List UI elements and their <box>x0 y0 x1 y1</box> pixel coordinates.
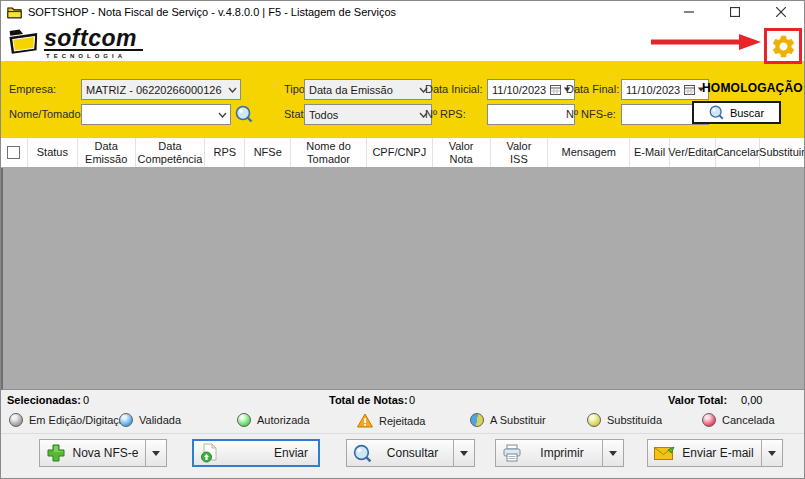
status-blue-icon <box>119 413 133 427</box>
enviar-main[interactable]: Enviar <box>194 441 318 465</box>
status-split-icon <box>470 413 484 427</box>
tipo-data-select[interactable]: Data da Emissão <box>304 79 432 100</box>
consultar-label: Consultar <box>378 446 447 460</box>
action-bar: Nova NFS-e Enviar <box>1 433 804 479</box>
data-inicial-field[interactable]: 11/10/2023 <box>487 79 575 100</box>
consultar-button[interactable]: Consultar <box>346 439 475 467</box>
close-icon <box>776 7 786 17</box>
nome-tomador-search-button[interactable] <box>235 105 253 123</box>
legend-label: Em Edição/Digitação <box>29 414 131 426</box>
empresa-label: Empresa: <box>9 83 56 95</box>
status-select[interactable]: Todos <box>304 104 432 125</box>
column-header-data-emissao[interactable]: Data Emissão <box>78 138 136 167</box>
column-header-status[interactable]: Status <box>28 138 78 167</box>
status-red-icon <box>702 413 716 427</box>
rps-label: Nº RPS: <box>425 108 466 120</box>
app-window: SOFTSHOP - Nota Fiscal de Serviço - v.4.… <box>0 0 805 479</box>
softcom-folder-icon <box>7 24 41 56</box>
settings-gear-icon[interactable] <box>770 33 797 60</box>
environment-badge: HOMOLOGAÇÃO <box>702 81 803 95</box>
grid-header: Status Data Emissão Data Competência RPS… <box>1 138 804 168</box>
consultar-main[interactable]: Consultar <box>347 440 453 466</box>
data-inicial-label: Data Inicial: <box>425 83 482 95</box>
chevron-down-icon <box>228 80 237 99</box>
select-all-checkbox[interactable] <box>7 146 20 159</box>
empresa-select[interactable]: MATRIZ - 06220266000126 <box>81 79 241 100</box>
search-icon <box>353 444 372 463</box>
buscar-label: Buscar <box>730 107 764 119</box>
nova-nfse-dropdown-arrow[interactable] <box>145 440 166 466</box>
empresa-value: MATRIZ - 06220266000126 <box>86 84 222 96</box>
minimize-button[interactable] <box>666 1 712 23</box>
buscar-button[interactable]: Buscar <box>692 101 781 124</box>
data-inicial-value: 11/10/2023 <box>492 84 546 96</box>
tipo-data-value: Data da Emissão <box>309 84 393 96</box>
legend-label: A Substituir <box>490 414 546 426</box>
enviar-label: Enviar <box>224 446 312 460</box>
enviar-button[interactable]: Enviar <box>192 439 320 467</box>
column-header-cancelar[interactable]: Cancelar <box>716 138 760 167</box>
column-header-ver-editar[interactable]: Ver/Editar <box>670 138 716 167</box>
settings-annotation-box <box>764 28 802 64</box>
search-icon <box>235 105 253 123</box>
filter-band: Empresa: MATRIZ - 06220266000126 Nome/To… <box>1 61 804 138</box>
selecionadas-label: Selecionadas: <box>7 394 81 406</box>
window-controls <box>666 1 804 23</box>
column-header-data-competencia[interactable]: Data Competência <box>136 138 206 167</box>
column-header-valor-nota[interactable]: Valor Nota <box>433 138 491 167</box>
legend-label: Cancelada <box>722 414 775 426</box>
imprimir-button[interactable]: Imprimir <box>495 439 624 467</box>
column-header-nfse[interactable]: NFSe <box>245 138 291 167</box>
softcom-logo: softcom TECNOLOGIA <box>7 24 143 59</box>
nome-tomador-input[interactable] <box>81 104 231 125</box>
logo-tagline: TECNOLOGIA <box>44 53 143 59</box>
column-header-mensagem[interactable]: Mensagem <box>548 138 630 167</box>
imprimir-dropdown-arrow[interactable] <box>602 440 623 466</box>
maximize-button[interactable] <box>712 1 758 23</box>
nova-nfse-button[interactable]: Nova NFS-e <box>39 439 167 467</box>
legend-validada: Validada <box>119 413 181 427</box>
rps-input[interactable] <box>487 104 575 125</box>
column-header-cpf-cnpj[interactable]: CPF/CNPJ <box>367 138 433 167</box>
logo-name: softcom <box>44 27 143 51</box>
send-document-icon <box>200 443 218 463</box>
minimize-icon <box>684 7 694 17</box>
enviar-email-main[interactable]: Enviar E-mail <box>648 440 761 466</box>
data-final-field[interactable]: 11/10/2023 <box>621 79 709 100</box>
legend-label: Substituída <box>607 414 662 426</box>
status-value: Todos <box>309 109 338 121</box>
consultar-dropdown-arrow[interactable] <box>453 440 474 466</box>
nfse-label: Nº NFS-e: <box>566 108 616 120</box>
enviar-email-button[interactable]: Enviar E-mail <box>647 439 783 467</box>
status-yellow-icon <box>587 413 601 427</box>
column-header-valor-iss[interactable]: Valor ISS <box>491 138 549 167</box>
chevron-down-icon <box>218 105 227 124</box>
enviar-email-label: Enviar E-mail <box>681 446 755 460</box>
status-gray-icon <box>9 413 23 427</box>
plus-icon <box>46 443 66 463</box>
column-header-email[interactable]: E-Mail <box>630 138 670 167</box>
imprimir-main[interactable]: Imprimir <box>496 440 602 466</box>
select-all-cell <box>1 138 28 167</box>
column-header-nome-tomador[interactable]: Nome do Tomador <box>291 138 367 167</box>
app-folder-icon <box>7 6 22 19</box>
legend-a-substituir: A Substituir <box>470 413 546 427</box>
title-bar: SOFTSHOP - Nota Fiscal de Serviço - v.4.… <box>1 1 804 23</box>
nova-nfse-main[interactable]: Nova NFS-e <box>40 440 145 466</box>
nova-nfse-label: Nova NFS-e <box>72 446 139 460</box>
column-header-substituir[interactable]: Substituir <box>760 138 804 167</box>
legend-rejeitada: Rejeitada <box>357 413 425 428</box>
enviar-email-dropdown-arrow[interactable] <box>761 440 782 466</box>
grid-body-empty <box>1 168 804 390</box>
search-icon <box>709 105 724 120</box>
close-button[interactable] <box>758 1 804 23</box>
status-green-icon <box>237 413 251 427</box>
selecionadas-value: 0 <box>83 394 89 406</box>
legend-cancelada: Cancelada <box>702 413 775 427</box>
window-title: SOFTSHOP - Nota Fiscal de Serviço - v.4.… <box>28 6 396 18</box>
column-header-rps[interactable]: RPS <box>205 138 245 167</box>
legend-label: Validada <box>139 414 181 426</box>
valor-total-label: Valor Total: <box>668 394 727 406</box>
total-notas-value: 0 <box>409 394 415 406</box>
data-final-value: 11/10/2023 <box>626 84 680 96</box>
